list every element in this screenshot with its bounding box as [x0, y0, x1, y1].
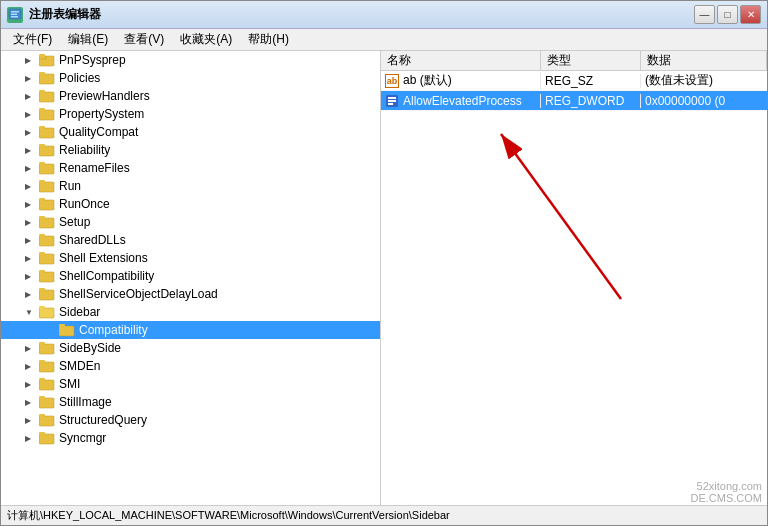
tree-item-syncmgr[interactable]: Syncmgr: [1, 429, 380, 447]
values-list[interactable]: ab ab (默认) REG_SZ (数值未设置): [381, 71, 767, 505]
tree-item-label: QualityCompat: [59, 125, 138, 139]
folder-icon: [39, 53, 55, 67]
tree-item-smi[interactable]: SMI: [1, 375, 380, 393]
expand-arrow: [25, 236, 37, 245]
svg-rect-3: [11, 16, 18, 18]
svg-rect-21: [39, 200, 54, 210]
col-header-type: 类型: [541, 51, 641, 70]
tree-item-label: Sidebar: [59, 305, 100, 319]
svg-rect-38: [39, 342, 45, 345]
svg-rect-23: [39, 218, 54, 228]
tree-item-qualitycompat[interactable]: QualityCompat: [1, 123, 380, 141]
tree-item-sidebar[interactable]: Sidebar: [1, 303, 380, 321]
value-name-allowelevated: AllowElevatedProcess: [403, 94, 522, 108]
expand-arrow: [25, 56, 37, 65]
tree-item-label: SideBySide: [59, 341, 121, 355]
svg-rect-24: [39, 216, 45, 219]
tree-item-shareddlls[interactable]: SharedDLLs: [1, 231, 380, 249]
svg-rect-2: [11, 13, 17, 15]
value-cell-data-default: (数值未设置): [641, 72, 767, 89]
tree-item-smden[interactable]: SMDEn: [1, 357, 380, 375]
folder-icon: [39, 197, 55, 211]
svg-rect-27: [39, 254, 54, 264]
col-header-data: 数据: [641, 51, 767, 70]
tree-item-label: PropertySystem: [59, 107, 144, 121]
maximize-button[interactable]: □: [717, 5, 738, 24]
value-cell-name-default: ab ab (默认): [381, 72, 541, 89]
svg-rect-8: [39, 72, 45, 75]
folder-icon: [59, 323, 75, 337]
tree-item-run[interactable]: Run: [1, 177, 380, 195]
tree-scroll[interactable]: PnPSysprep Policies PreviewHandlers: [1, 51, 380, 505]
svg-rect-6: [39, 54, 45, 57]
tree-item-structuredquery[interactable]: StructuredQuery: [1, 411, 380, 429]
svg-rect-13: [39, 128, 54, 138]
svg-rect-11: [39, 110, 54, 120]
tree-item-sidebyside[interactable]: SideBySide: [1, 339, 380, 357]
tree-item-stillimage[interactable]: StillImage: [1, 393, 380, 411]
tree-item-runonce[interactable]: RunOnce: [1, 195, 380, 213]
menu-file[interactable]: 文件(F): [5, 29, 60, 50]
folder-icon: [39, 395, 55, 409]
tree-item-label: Reliability: [59, 143, 110, 157]
svg-rect-37: [39, 344, 54, 354]
tree-item-reliability[interactable]: Reliability: [1, 141, 380, 159]
value-row-default[interactable]: ab ab (默认) REG_SZ (数值未设置): [381, 71, 767, 91]
value-cell-name-allowelevated: AllowElevatedProcess: [381, 94, 541, 108]
menu-edit[interactable]: 编辑(E): [60, 29, 116, 50]
svg-rect-25: [39, 236, 54, 246]
svg-rect-42: [39, 378, 45, 381]
tree-item-compatibility[interactable]: Compatibility: [1, 321, 380, 339]
menu-favorites[interactable]: 收藏夹(A): [172, 29, 240, 50]
tree-item-previewhandlers[interactable]: PreviewHandlers: [1, 87, 380, 105]
tree-item-shellcompat[interactable]: ShellCompatibility: [1, 267, 380, 285]
svg-rect-40: [39, 360, 45, 363]
svg-rect-29: [39, 272, 54, 282]
svg-rect-41: [39, 380, 54, 390]
svg-rect-34: [39, 306, 45, 309]
expand-arrow: [25, 110, 37, 119]
svg-rect-16: [39, 144, 45, 147]
close-button[interactable]: ✕: [740, 5, 761, 24]
menu-help[interactable]: 帮助(H): [240, 29, 297, 50]
values-header: 名称 类型 数据: [381, 51, 767, 71]
svg-rect-45: [39, 416, 54, 426]
svg-rect-17: [39, 164, 54, 174]
folder-icon: [39, 71, 55, 85]
folder-icon: [39, 431, 55, 445]
tree-item-setup[interactable]: Setup: [1, 213, 380, 231]
tree-item-shellextensions[interactable]: Shell Extensions: [1, 249, 380, 267]
tree-item-label: ShellCompatibility: [59, 269, 154, 283]
folder-icon: [39, 215, 55, 229]
expand-arrow: [25, 254, 37, 263]
folder-icon: [39, 359, 55, 373]
tree-item-policies[interactable]: Policies: [1, 69, 380, 87]
svg-rect-19: [39, 182, 54, 192]
expand-arrow: [25, 146, 37, 155]
folder-icon: [39, 107, 55, 121]
tree-item-label: StructuredQuery: [59, 413, 147, 427]
folder-icon: [39, 89, 55, 103]
svg-rect-14: [39, 126, 45, 129]
tree-item-shellserviceobject[interactable]: ShellServiceObjectDelayLoad: [1, 285, 380, 303]
col-header-name: 名称: [381, 51, 541, 70]
value-row-allowelevated[interactable]: AllowElevatedProcess REG_DWORD 0x0000000…: [381, 91, 767, 111]
tree-item-propertysystem[interactable]: PropertySystem: [1, 105, 380, 123]
svg-rect-7: [39, 74, 54, 84]
expand-arrow: [25, 362, 37, 371]
minimize-button[interactable]: —: [694, 5, 715, 24]
tree-item-label: SMI: [59, 377, 80, 391]
folder-icon: [39, 413, 55, 427]
folder-icon: [39, 179, 55, 193]
tree-item-renamefiles[interactable]: RenameFiles: [1, 159, 380, 177]
window-title: 注册表编辑器: [29, 6, 101, 23]
svg-rect-51: [388, 100, 396, 102]
tree-item-pnpsysprep[interactable]: PnPSysprep: [1, 51, 380, 69]
menu-view[interactable]: 查看(V): [116, 29, 172, 50]
folder-icon: [39, 287, 55, 301]
status-bar: 计算机\HKEY_LOCAL_MACHINE\SOFTWARE\Microsof…: [1, 505, 767, 525]
expand-arrow: [25, 308, 37, 317]
title-bar-left: 注册表编辑器: [7, 6, 101, 23]
expand-arrow: [25, 128, 37, 137]
svg-rect-43: [39, 398, 54, 408]
